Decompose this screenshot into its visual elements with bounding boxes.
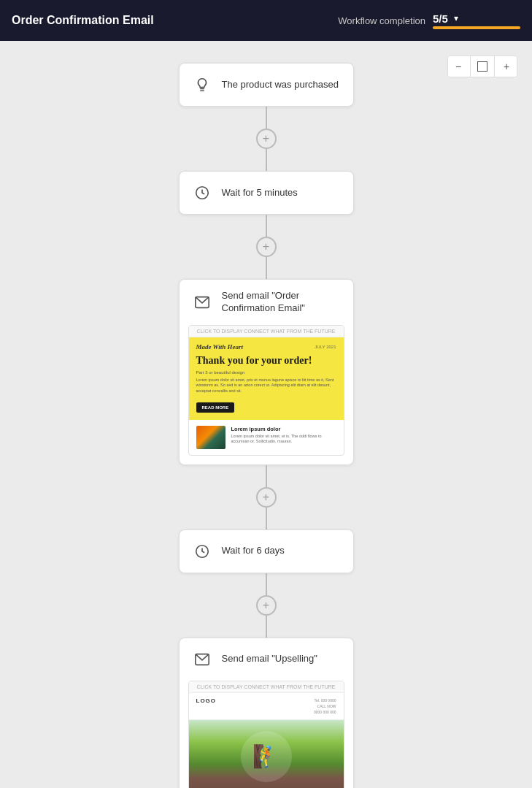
connector-7 (266, 573, 267, 595)
preview-sub-text: Part 3 or beautiful design (196, 370, 336, 375)
connector-6 (266, 508, 267, 529)
preview-contact-line2: CALL NOW (314, 703, 336, 709)
email-preview-order: CLICK TO DISPLAY CONNECT WHAT FROM THE F… (188, 325, 344, 456)
preview-cta-btn: READ MORE (196, 402, 235, 413)
dropdown-arrow-icon[interactable]: ▾ (454, 13, 458, 23)
preview-upsell-top: LOGO Tel. 000 0000 CALL NOW 0000 000 000 (189, 693, 344, 720)
connector-1 (266, 107, 267, 129)
preview-date: JULY 2021 (315, 345, 336, 349)
lightbulb-icon (191, 74, 213, 96)
wait-days-segment: Wait for 6 days + (179, 529, 354, 638)
wait-minutes-node[interactable]: Wait for 5 minutes (179, 171, 354, 215)
zoom-in-button[interactable]: + (496, 56, 517, 77)
connector-4 (266, 257, 267, 279)
preview-product-text: Lorem ipsum dolor Lorem ipsum dolor sit … (231, 426, 336, 445)
zoom-out-button[interactable]: − (448, 56, 469, 77)
send-email-1-label: Send email "Order Confirmation Email" (222, 290, 342, 315)
email-preview-upsell: CLICK TO DISPLAY CONNECT WHAT FROM THE F… (188, 681, 344, 788)
envelope-icon-1 (191, 291, 213, 313)
trigger-label: The product was purchased (222, 79, 339, 91)
preview-topbar-1: CLICK TO DISPLAY CONNECT WHAT FROM THE F… (189, 326, 344, 337)
zoom-divider-2 (494, 56, 495, 77)
wait-days-label: Wait for 6 days (222, 545, 285, 557)
add-button-2[interactable]: + (256, 237, 277, 257)
preview-contact-line3: 0000 000 000 (314, 709, 336, 715)
preview-contact-line1: Tel. 000 0000 (314, 697, 336, 703)
completion-bar (433, 26, 520, 29)
preview-contact: Tel. 000 0000 CALL NOW 0000 000 000 (314, 697, 336, 715)
wait-minutes-segment: Wait for 5 minutes + (179, 171, 354, 279)
preview-thank-you: Thank you for your order! (196, 355, 336, 367)
connector-5 (266, 465, 267, 487)
add-button-1[interactable]: + (256, 129, 277, 149)
send-email-1-segment: Send email "Order Confirmation Email" CL… (179, 279, 354, 529)
workflow-completion-label: Workflow completion (338, 15, 425, 26)
send-email-1-node[interactable]: Send email "Order Confirmation Email" CL… (179, 279, 354, 465)
trigger-segment: The product was purchased + (179, 63, 354, 171)
connector-8 (266, 616, 267, 638)
zoom-fit-button[interactable] (472, 56, 493, 77)
clock-icon-1 (191, 182, 213, 204)
zoom-divider (470, 56, 471, 77)
preview-brand-text: Made With Heart (196, 343, 244, 351)
connector-2 (266, 149, 267, 171)
connector-3 (266, 215, 267, 237)
send-email-1-header: Send email "Order Confirmation Email" (180, 280, 353, 325)
wait-minutes-label: Wait for 5 minutes (222, 187, 298, 199)
preview-yellow-banner: Made With Heart JULY 2021 Thank you for … (189, 337, 344, 420)
workflow-completion-value: 5/5 (433, 12, 448, 25)
send-email-2-header: Send email "Upselling" (180, 638, 353, 681)
workflow-canvas: − + The product was purchased + (0, 41, 532, 788)
send-email-2-segment: Send email "Upselling" CLICK TO DISPLAY … (179, 638, 354, 788)
envelope-icon-2 (191, 649, 213, 670)
preview-product-desc: Lorem ipsum dolor sit amet, et is. The o… (231, 434, 336, 445)
preview-brand-line: Made With Heart JULY 2021 (196, 343, 336, 351)
trigger-node[interactable]: The product was purchased (179, 63, 354, 107)
preview-product-title: Lorem ipsum dolor (231, 426, 336, 432)
app-header: Order Confirmation Email Workflow comple… (0, 0, 532, 41)
send-email-2-node[interactable]: Send email "Upselling" CLICK TO DISPLAY … (179, 638, 354, 788)
send-email-2-label: Send email "Upselling" (222, 653, 317, 665)
preview-topbar-2: CLICK TO DISPLAY CONNECT WHAT FROM THE F… (189, 681, 344, 693)
zoom-square-icon (477, 61, 487, 72)
zoom-controls: − + (447, 56, 517, 77)
preview-product-image (196, 426, 225, 449)
preview-product-section: Lorem ipsum dolor Lorem ipsum dolor sit … (189, 420, 344, 455)
workflow-completion-group: 5/5 ▾ (433, 12, 520, 29)
completion-bar-container (433, 26, 520, 29)
clock-icon-2 (191, 540, 213, 562)
wait-days-node[interactable]: Wait for 6 days (179, 529, 354, 573)
preview-logo: LOGO (196, 697, 217, 704)
preview-hero-image: 🧗 (189, 720, 344, 788)
header-right: Workflow completion 5/5 ▾ (338, 12, 520, 29)
preview-lorem-text: Lorem ipsum dolor sit amet, prix et munu… (196, 378, 336, 394)
page-title: Order Confirmation Email (12, 14, 154, 27)
preview-hero-person-icon: 🧗 (252, 743, 280, 769)
add-button-4[interactable]: + (256, 595, 277, 616)
add-button-3[interactable]: + (256, 487, 277, 508)
